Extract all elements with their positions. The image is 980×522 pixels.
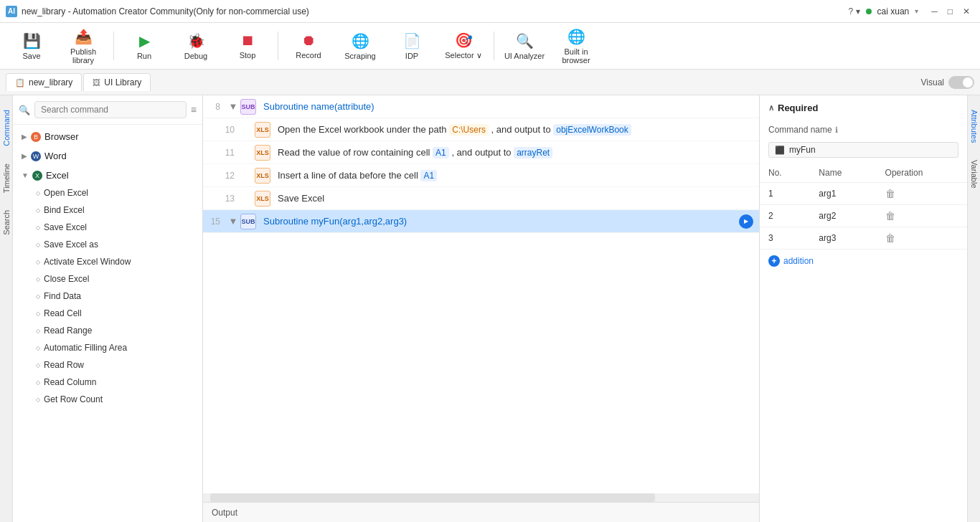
right-side-tabs: Attributes Variable [967,95,980,522]
tree-item-save-excel-as[interactable]: ◇Save Excel as [13,236,202,253]
line-number-15: 15 [203,217,226,227]
params-table: No. Name Operation 1 arg1 🗑 2 arg2 🗑 3 [760,163,967,250]
new-library-tab-label: new_library [29,77,72,87]
subroutine-keyword-15: Subroutine [263,216,308,227]
collapse-15[interactable]: ▼ [226,216,240,227]
toggle-knob [963,77,973,87]
tab-new-library[interactable]: 📋 new_library [6,73,82,91]
search-input[interactable] [34,101,187,118]
line-number-11: 11 [217,148,240,158]
browser-icon: 🌐 [567,28,585,45]
required-chevron-icon: ∧ [768,103,774,113]
save-label: Save [22,52,40,60]
cell-var-11: A1 [433,147,449,158]
run-icon: ▶ [139,32,150,49]
line-content-13: Save Excel [275,193,759,204]
side-tab-command[interactable]: Command [1,101,12,155]
idp-icon: 📄 [403,32,421,49]
addition-button[interactable]: + addition [760,250,967,272]
close-button[interactable]: ✕ [958,5,974,18]
required-section-header[interactable]: ∧ Required [760,95,967,120]
save-icon: 💾 [23,32,41,49]
code-line-15: 15 ▼ SUB Subroutine myFun(arg1,arg2,arg3… [203,210,759,233]
idp-button[interactable]: 📄 IDP [387,26,436,66]
list-view-icon[interactable]: ≡ [191,104,197,115]
tree-item-read-cell[interactable]: ◇Read Cell [13,305,202,322]
maximize-button[interactable]: □ [943,5,957,18]
debug-button[interactable]: 🐞 Debug [171,26,220,66]
tree-item-close-excel[interactable]: ◇Close Excel [13,270,202,288]
cell-var-12: A1 [420,170,437,181]
delete-param-1-button[interactable]: 🗑 [885,188,895,199]
command-name-input-icon: ⬛ [775,146,785,155]
tree-item-bind-excel[interactable]: ◇Bind Excel [13,201,202,219]
line-icon-13: XLS [255,191,270,207]
param-row-1: 1 arg1 🗑 [760,183,967,205]
tree-item-automatic-filling-area[interactable]: ◇Automatic Filling Area [13,339,202,356]
delete-param-2-button[interactable]: 🗑 [885,210,895,222]
run-subroutine-button[interactable]: ▶ [739,214,753,229]
tree-item-read-column[interactable]: ◇Read Column [13,374,202,391]
param-row-2: 2 arg2 🗑 [760,205,967,227]
tree-item-save-excel[interactable]: ◇Save Excel [13,219,202,236]
addition-label: addition [783,256,814,266]
command-name-label: Command name ℹ [768,125,838,135]
right-tab-attributes[interactable]: Attributes [969,101,980,151]
code-line-13: 13 ▼ XLS Save Excel [203,187,759,210]
username[interactable]: cai xuan [877,6,910,16]
right-tab-variable[interactable]: Variable [969,151,980,197]
param-name-2: arg2 [810,205,876,227]
line-number-13: 13 [217,194,240,204]
required-label: Required [778,103,818,113]
toolbar-separator-3 [494,32,494,60]
tree-group-excel-header[interactable]: ▼ X Excel [13,166,202,184]
tab-ui-library[interactable]: 🖼 UI Library [83,73,151,91]
scraping-button[interactable]: 🌐 Scraping [336,26,385,66]
publish-icon: 📤 [75,28,93,45]
tree-item-read-row[interactable]: ◇Read Row [13,356,202,374]
command-name-field: Command name ℹ [760,120,967,139]
tree-item-read-range[interactable]: ◇Read Range [13,322,202,339]
excel-group-label: Excel [46,170,69,181]
tree-item-activate-excel-window[interactable]: ◇Activate Excel Window [13,253,202,270]
tree-item-find-data[interactable]: ◇Find Data [13,288,202,305]
record-icon: ⏺ [301,32,316,49]
collapse-8[interactable]: ▼ [226,101,240,112]
code-line-12: 12 ▼ XLS Insert a line of data before th… [203,164,759,187]
tree-item-get-row-count[interactable]: ◇Get Row Count [13,391,202,408]
delete-param-3-button[interactable]: 🗑 [885,232,895,244]
help-button[interactable]: ? ▾ [849,6,860,16]
add-circle-icon: + [768,255,780,267]
save-button[interactable]: 💾 Save [7,26,56,66]
side-tab-search[interactable]: Search [1,201,12,244]
browser-group-label: Browser [44,131,79,142]
selector-button[interactable]: 🎯 Selector ∨ [439,26,488,66]
new-library-tab-icon: 📋 [15,78,25,87]
record-button[interactable]: ⏺ Record [284,26,333,66]
param-no-1: 1 [760,183,810,205]
toolbar-separator-1 [113,32,114,60]
tree-group-browser-header[interactable]: ▶ B Browser [13,128,202,146]
line-content-8: Subroutine name(attribute) [260,101,759,112]
horizontal-scrollbar[interactable] [203,493,759,502]
tree-item-open-excel[interactable]: ◇Open Excel [13,184,202,201]
stop-button[interactable]: ⏹ Stop [223,26,272,66]
window-controls: ─ □ ✕ [927,5,974,18]
publish-label: Publish library [60,47,106,65]
built-in-browser-button[interactable]: 🌐 Built in browser [552,26,600,66]
tree-group-word: ▶ W Word [13,147,202,165]
visual-label: Visual [921,77,944,87]
run-button[interactable]: ▶ Run [120,26,169,66]
selector-icon: 🎯 [455,32,473,49]
minimize-button[interactable]: ─ [927,5,942,18]
ui-library-tab-label: UI Library [104,77,141,87]
ui-analyzer-button[interactable]: 🔍 UI Analyzer [500,26,549,66]
param-name-1: arg1 [810,183,876,205]
stop-label: Stop [240,51,256,60]
browser-badge: B [31,132,41,142]
visual-toggle-switch[interactable] [948,76,974,89]
publish-library-button[interactable]: 📤 Publish library [59,26,108,66]
side-tab-timeline[interactable]: Timeline [1,155,12,201]
tree-group-word-header[interactable]: ▶ W Word [13,147,202,165]
online-indicator [866,9,872,14]
